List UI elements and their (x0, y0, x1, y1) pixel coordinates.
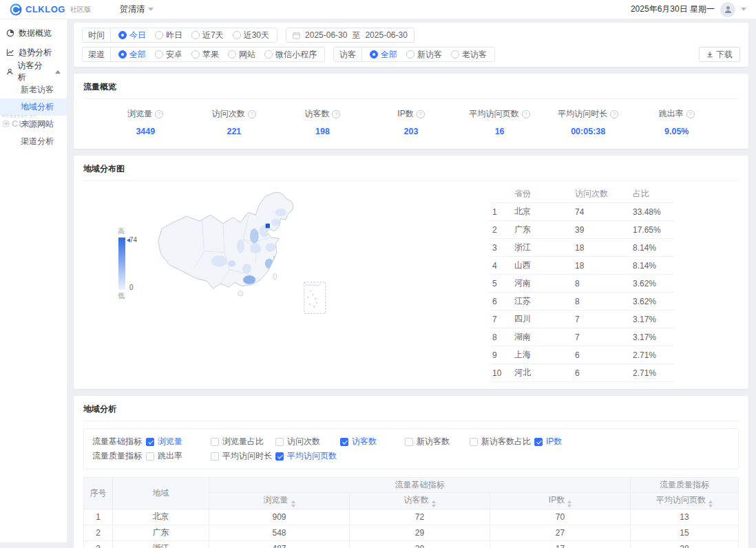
checkbox-pageviews-ratio[interactable]: 浏览量占比 (211, 436, 275, 447)
cell: 18 (572, 239, 630, 257)
sidebar-item-label: 新老访客 (21, 84, 54, 96)
cell: 74 (572, 203, 630, 221)
metric-filter-panel: 流量基础指标 浏览量 浏览量占比 访问次数 访客数 新访客数 新访客数占比 IP… (83, 428, 739, 470)
info-icon[interactable] (686, 110, 695, 118)
radio-icon (451, 50, 459, 59)
radio-channel-all[interactable]: 全部 (118, 49, 146, 61)
cell: 909 (209, 509, 350, 525)
sidebar-item-new-old-visitors[interactable]: 新老访客 (0, 81, 67, 98)
cell: 北京 (512, 203, 572, 221)
radio-time-today[interactable]: 今日 (118, 30, 146, 41)
checkbox-icon (340, 438, 348, 446)
sidebar-item-label: 地域分析 (21, 101, 54, 113)
sort-header-visitors[interactable]: 访客数 (350, 493, 490, 509)
radio-icon (155, 31, 163, 39)
table-row: 2广东548292715 (84, 525, 739, 540)
cell: 487 (209, 540, 350, 548)
group-basic-metrics: 流量基础指标 (209, 478, 631, 493)
metrics-row: 浏览量 3449 访问次数 221 访客数 198 IP数 203 平均访问页数… (83, 99, 739, 142)
info-icon[interactable] (610, 110, 618, 118)
cell: 13 (631, 509, 739, 525)
sidebar-item-region-analysis[interactable]: 地域分析 (0, 98, 67, 116)
radio-time-last7[interactable]: 近7天 (191, 30, 224, 41)
dashboard-icon (6, 29, 14, 37)
project-select[interactable]: 贺清清 (120, 3, 154, 15)
chevron-down-icon[interactable] (741, 8, 746, 11)
col-rank (490, 185, 512, 203)
sidebar-item-data-overview[interactable]: 数据概览 (0, 23, 67, 43)
radio-channel-ios[interactable]: 苹果 (191, 49, 219, 61)
metric-visits: 访问次数 221 (190, 108, 279, 136)
cell: 39 (572, 221, 630, 239)
user-icon (724, 5, 733, 14)
info-icon[interactable] (248, 110, 256, 118)
checkbox-bounce-rate[interactable]: 跳出率 (146, 450, 211, 462)
radio-visitor-returning[interactable]: 老访客 (451, 49, 487, 61)
sort-header-ips[interactable]: IP数 (490, 493, 631, 509)
sort-icon[interactable] (567, 500, 571, 507)
checkbox-pageviews[interactable]: 浏览量 (146, 436, 211, 447)
sidebar-item-source-site[interactable]: 来源网站 (0, 116, 67, 133)
sort-header-pageviews[interactable]: 浏览量 (209, 493, 350, 509)
checkbox-visits[interactable]: 访问次数 (275, 436, 340, 447)
cell: 15 (631, 525, 739, 540)
checkbox-icon (405, 438, 413, 446)
cell: 10 (490, 364, 512, 382)
info-icon[interactable] (417, 110, 425, 118)
sort-header-avg-pages[interactable]: 平均访问页数 (631, 493, 739, 509)
cell: 3.62% (630, 275, 674, 293)
visitor-filter-group: 访客 全部 新访客 老访客 (333, 47, 495, 62)
info-icon[interactable] (522, 110, 530, 118)
radio-channel-web[interactable]: 网站 (228, 49, 255, 61)
table-row: 2广东3917.65% (490, 221, 674, 239)
sidebar-item-label: 数据概览 (19, 28, 52, 39)
sort-icon[interactable] (432, 500, 436, 507)
date-to: 2025-06-30 (365, 30, 407, 40)
cell: 4 (490, 257, 512, 275)
cell: 9 (490, 346, 512, 364)
main-content: 时间 今日 昨日 近7天 近30天 2025-06-30 至 2025-06-3… (74, 19, 748, 548)
checkbox-new-visitors[interactable]: 新访客数 (405, 436, 470, 447)
cell: 北京 (113, 509, 209, 525)
radio-time-yesterday[interactable]: 昨日 (155, 30, 182, 41)
checkbox-icon (146, 452, 154, 461)
radio-icon (233, 31, 241, 39)
download-button[interactable]: 下载 (699, 47, 740, 62)
hainan-island (238, 291, 243, 296)
visitor-filter-label: 访客 (334, 48, 362, 61)
sidebar-item-trend-analysis[interactable]: 趋势分析 (0, 43, 67, 62)
radio-time-last30[interactable]: 近30天 (233, 30, 269, 41)
checkbox-ips[interactable]: IP数 (534, 436, 599, 447)
radio-channel-android[interactable]: 安卓 (155, 49, 182, 61)
filter-bar: 时间 今日 昨日 近7天 近30天 2025-06-30 至 2025-06-3… (74, 23, 748, 67)
sidebar-item-channel-analysis[interactable]: 渠道分析 (0, 133, 67, 150)
radio-icon (191, 31, 200, 39)
checkbox-icon (146, 438, 154, 446)
metric-value: 16 (455, 127, 544, 136)
radio-visitor-all[interactable]: 全部 (370, 49, 397, 61)
info-icon[interactable] (332, 110, 340, 118)
avatar[interactable] (720, 2, 735, 17)
sidebar-item-visitor-analysis[interactable]: 访客分析 (0, 62, 67, 81)
table-row: 10河北62.71% (490, 364, 674, 382)
time-filter-label: 时间 (83, 28, 111, 42)
sort-icon[interactable] (291, 500, 295, 507)
checkbox-avg-duration[interactable]: 平均访问时长 (211, 450, 275, 462)
card-title: 地域分布图 (83, 161, 739, 181)
info-icon[interactable] (155, 110, 163, 118)
table-row: 4山西188.14% (490, 257, 674, 275)
radio-visitor-new[interactable]: 新访客 (406, 49, 442, 61)
checkbox-new-visitors-ratio[interactable]: 新访客数占比 (470, 436, 534, 447)
radio-channel-wechat-mini[interactable]: 微信小程序 (264, 49, 317, 61)
app-header: CLKLOG 社区版 贺清清 2025年6月30日 星期一 (0, 0, 756, 19)
metric-value: 198 (278, 127, 367, 136)
radio-icon (155, 50, 163, 59)
checkbox-icon (211, 438, 219, 446)
checkbox-visitors[interactable]: 访客数 (340, 436, 405, 447)
sort-icon[interactable] (708, 500, 713, 507)
date-range-picker[interactable]: 2025-06-30 至 2025-06-30 (286, 28, 414, 43)
china-map[interactable] (149, 185, 337, 327)
download-icon (706, 51, 713, 58)
checkbox-avg-pages[interactable]: 平均访问页数 (275, 450, 340, 462)
group-quality-metrics: 流量质量指标 (631, 478, 739, 493)
